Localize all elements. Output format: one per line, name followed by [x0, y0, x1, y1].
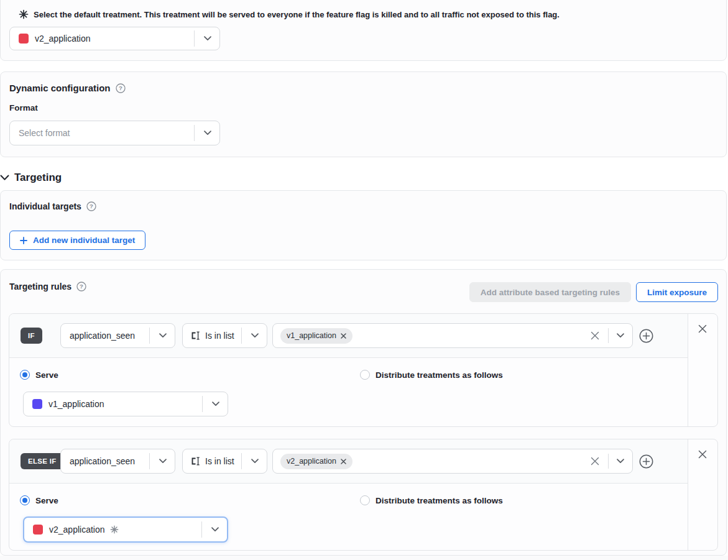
chevron-down-icon[interactable] [159, 333, 167, 338]
format-select[interactable]: Select format [9, 121, 220, 145]
select-divider [194, 30, 195, 47]
limit-exposure-button[interactable]: Limit exposure [636, 282, 718, 302]
individual-targets-title: Individual targets [9, 201, 81, 211]
add-individual-target-label: Add new individual target [33, 236, 135, 245]
remove-rule-button[interactable] [696, 448, 709, 461]
rule-matcher-value: Is in list [205, 331, 234, 341]
rule-attribute-select[interactable]: application_seen [60, 323, 175, 348]
chevron-down-icon[interactable] [251, 459, 259, 464]
distribute-label: Distribute treatments as follows [376, 496, 503, 505]
help-icon[interactable]: ? [116, 83, 126, 93]
radio-unselected-icon[interactable] [360, 370, 370, 380]
serve-treatment-value: v2_application [49, 525, 105, 535]
feature-flag-definition-page: Select the default treatment. This treat… [0, 0, 728, 560]
serve-treatment-value: v1_application [48, 399, 104, 409]
rule-attribute-value: application_seen [70, 456, 135, 466]
serve-label: Serve [35, 496, 58, 505]
default-treatment-value: v2_application [35, 34, 91, 44]
chevron-down-icon[interactable] [211, 527, 219, 532]
serve-radio-option[interactable]: Serve [20, 495, 58, 505]
rule-values-input[interactable]: v2_application [272, 449, 633, 474]
help-icon[interactable]: ? [76, 282, 86, 291]
targeting-section-toggle[interactable]: Targeting [0, 172, 62, 184]
remove-rule-button[interactable] [696, 323, 709, 335]
plus-circle-icon [639, 329, 653, 343]
distribute-radio-option[interactable]: Distribute treatments as follows [360, 495, 503, 505]
select-divider [241, 453, 242, 469]
help-icon[interactable]: ? [86, 201, 96, 211]
value-tag-label: v2_application [287, 457, 336, 466]
close-icon [698, 324, 707, 333]
treatment-color-swatch [19, 34, 29, 44]
select-divider [201, 521, 202, 538]
default-treatment-section: Select the default treatment. This treat… [0, 0, 727, 61]
chevron-down-icon[interactable] [204, 131, 211, 135]
distribute-label: Distribute treatments as follows [376, 370, 503, 380]
value-tag: v1_application [280, 328, 352, 344]
default-treatment-select[interactable]: v2_application [9, 27, 220, 50]
select-divider [194, 125, 195, 141]
add-condition-button[interactable] [639, 329, 653, 343]
serve-treatment-select[interactable]: v1_application [23, 392, 228, 416]
chevron-down-icon[interactable] [212, 402, 219, 406]
individual-targets-section: Individual targets ? Add new individual … [0, 190, 727, 260]
close-icon [698, 450, 707, 459]
add-attribute-rules-button[interactable]: Add attribute based targeting rules [469, 282, 631, 302]
format-label: Format [9, 103, 38, 112]
radio-selected-icon[interactable] [20, 495, 30, 505]
chevron-down-icon [0, 175, 9, 181]
chevron-down-icon[interactable] [251, 333, 259, 338]
divider [9, 483, 688, 484]
targeting-rule-2: ELSE IF application_seen Is in list [9, 439, 718, 551]
divider [9, 357, 688, 358]
clear-values-icon[interactable] [591, 457, 599, 466]
remove-tag-icon[interactable] [341, 333, 346, 339]
rule-matcher-select[interactable]: Is in list [182, 449, 267, 474]
add-condition-button[interactable] [639, 454, 653, 469]
rule-condition-badge: ELSE IF [21, 453, 64, 469]
add-individual-target-button[interactable]: Add new individual target [9, 231, 145, 250]
radio-selected-icon[interactable] [20, 370, 30, 380]
string-list-matcher-icon [190, 331, 201, 341]
svg-text:?: ? [80, 283, 83, 290]
clear-values-icon[interactable] [591, 331, 599, 340]
serve-treatment-select[interactable]: v2_application [23, 516, 228, 543]
rule-condition-badge: IF [21, 328, 42, 344]
chevron-down-icon[interactable] [204, 36, 211, 41]
distribute-radio-option[interactable]: Distribute treatments as follows [360, 370, 503, 380]
treatment-color-swatch [32, 399, 42, 409]
format-select-placeholder: Select format [19, 128, 70, 138]
svg-text:?: ? [119, 85, 122, 91]
plus-circle-icon [639, 454, 653, 469]
targeting-rule-1: IF application_seen Is in list [9, 313, 718, 427]
rule-matcher-select[interactable]: Is in list [182, 323, 267, 348]
rule-attribute-select[interactable]: application_seen [60, 449, 175, 474]
select-divider [149, 328, 150, 344]
chevron-down-icon[interactable] [159, 459, 167, 464]
select-divider [202, 396, 203, 412]
targeting-title: Targeting [14, 172, 62, 184]
default-treatment-note: Select the default treatment. This treat… [34, 10, 560, 19]
default-treatment-asterisk-icon [19, 9, 29, 19]
rule-values-input[interactable]: v1_application [272, 323, 633, 348]
select-divider [608, 328, 609, 343]
value-tag-label: v1_application [287, 331, 336, 340]
svg-text:?: ? [90, 203, 93, 209]
plus-icon [20, 237, 27, 244]
default-treatment-asterisk-icon [110, 525, 119, 534]
serve-label: Serve [35, 370, 58, 380]
value-tag: v2_application [280, 454, 352, 469]
select-divider [149, 453, 150, 469]
dynamic-configuration-title: Dynamic configuration [9, 83, 111, 93]
targeting-rules-section: Targeting rules ? Add attribute based ta… [0, 269, 727, 556]
rule-matcher-value: Is in list [205, 456, 234, 466]
chevron-down-icon[interactable] [617, 459, 624, 464]
remove-tag-icon[interactable] [341, 459, 346, 464]
serve-radio-option[interactable]: Serve [20, 370, 58, 380]
select-divider [608, 454, 609, 469]
treatment-color-swatch [33, 525, 43, 535]
select-divider [241, 328, 242, 344]
divider [688, 439, 688, 550]
chevron-down-icon[interactable] [617, 333, 624, 338]
radio-unselected-icon[interactable] [360, 495, 370, 505]
